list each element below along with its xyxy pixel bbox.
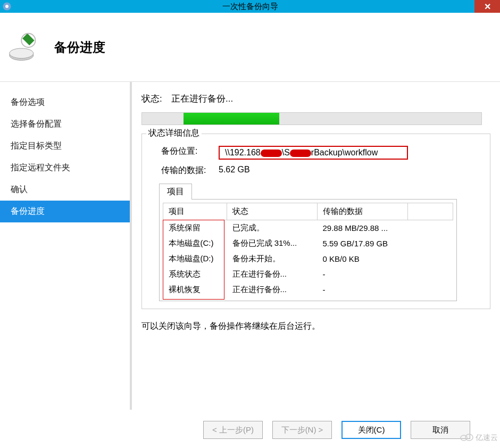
col-blank (408, 203, 453, 220)
wizard-header: 备份进度 (0, 13, 500, 82)
sidebar-item-options[interactable]: 备份选项 (0, 92, 130, 113)
cell-status: 已完成。 (227, 220, 318, 236)
svg-point-1 (5, 5, 9, 8)
cell-item: 本地磁盘(D:) (163, 251, 227, 267)
col-data[interactable]: 传输的数据 (318, 203, 408, 220)
table-row[interactable]: 本地磁盘(C:)备份已完成 31%...5.59 GB/17.89 GB (163, 236, 453, 251)
page-title: 备份进度 (54, 39, 105, 56)
transferred-row: 传输的数据: 5.62 GB (161, 165, 482, 176)
col-status[interactable]: 状态 (227, 203, 318, 220)
cell-status: 备份已完成 31%... (227, 236, 318, 251)
sidebar-item-remote-folder[interactable]: 指定远程文件夹 (0, 157, 130, 179)
transferred-label: 传输的数据: (161, 165, 219, 176)
table-row[interactable]: 本地磁盘(D:)备份未开始。0 KB/0 KB (163, 251, 453, 267)
cell-status: 备份未开始。 (227, 251, 318, 267)
cell-item: 系统保留 (163, 220, 227, 236)
details-group: 状态详细信息 备份位置: \\192.168\SrBackup\workflow… (141, 134, 490, 309)
cell-data: 5.59 GB/17.89 GB (318, 236, 408, 251)
redacted-text (290, 150, 311, 157)
sidebar: 备份选项 选择备份配置 指定目标类型 指定远程文件夹 确认 备份进度 (0, 82, 130, 410)
backup-disc-icon (7, 31, 39, 63)
sidebar-item-target-type[interactable]: 指定目标类型 (0, 135, 130, 157)
content-area: 状态: 正在进行备份... 状态详细信息 备份位置: \\192.168\SrB… (130, 82, 500, 410)
close-icon: ✕ (484, 2, 491, 12)
sidebar-item-config[interactable]: 选择备份配置 (0, 113, 130, 135)
cell-data: 29.88 MB/29.88 ... (318, 220, 408, 236)
tabs: 项目 (159, 184, 482, 200)
prev-button: < 上一步(P) (203, 421, 263, 439)
sidebar-item-confirm[interactable]: 确认 (0, 179, 130, 201)
table-row[interactable]: 系统保留已完成。29.88 MB/29.88 ... (163, 220, 453, 236)
hint-text: 可以关闭该向导，备份操作将继续在后台运行。 (141, 321, 490, 332)
close-wizard-button[interactable]: 关闭(C) (341, 421, 401, 439)
cell-data: - (318, 282, 408, 297)
titlebar: 一次性备份向导 ✕ (0, 0, 500, 13)
next-button: 下一步(N) > (272, 421, 332, 439)
wizard-body: 备份选项 选择备份配置 指定目标类型 指定远程文件夹 确认 备份进度 状态: 正… (0, 82, 500, 410)
watermark: 亿速云 (460, 433, 498, 443)
table-header-row: 项目 状态 传输的数据 (163, 203, 453, 220)
backup-location-row: 备份位置: \\192.168\SrBackup\workflow (161, 146, 482, 160)
progress-fill (184, 113, 279, 125)
table-row[interactable]: 裸机恢复正在进行备份...- (163, 282, 453, 297)
col-item[interactable]: 项目 (163, 203, 227, 220)
cell-status: 正在进行备份... (227, 282, 318, 297)
table-row[interactable]: 系统状态正在进行备份...- (163, 267, 453, 282)
status-value: 正在进行备份... (171, 93, 233, 105)
cell-item: 本地磁盘(C:) (163, 236, 227, 251)
transferred-value: 5.62 GB (219, 165, 250, 176)
close-button[interactable]: ✕ (474, 0, 500, 13)
cell-status: 正在进行备份... (227, 267, 318, 282)
backup-location-value: \\192.168\SrBackup\workflow (219, 146, 408, 160)
redacted-text (261, 150, 282, 157)
window-title: 一次性备份向导 (222, 2, 278, 12)
items-table-wrap: 项目 状态 传输的数据 系统保留已完成。29.88 MB/29.88 ...本地… (159, 199, 457, 301)
tab-items[interactable]: 项目 (159, 184, 192, 200)
app-icon (2, 2, 12, 11)
items-table: 项目 状态 传输的数据 系统保留已完成。29.88 MB/29.88 ...本地… (163, 203, 453, 297)
cloud-icon (460, 433, 473, 443)
details-group-title: 状态详细信息 (146, 128, 202, 139)
status-row: 状态: 正在进行备份... (141, 93, 490, 105)
backup-location-label: 备份位置: (161, 146, 219, 160)
cell-item: 系统状态 (163, 267, 227, 282)
cell-data: - (318, 267, 408, 282)
wizard-window: 一次性备份向导 ✕ 备份进度 备份选项 选择备份配置 指定目标类型 指定远程文件… (0, 0, 500, 448)
svg-point-4 (10, 48, 34, 58)
svg-point-6 (465, 434, 473, 441)
cell-data: 0 KB/0 KB (318, 251, 408, 267)
footer: < 上一步(P) 下一步(N) > 关闭(C) 取消 (0, 412, 500, 448)
sidebar-item-progress[interactable]: 备份进度 (0, 201, 130, 222)
cell-item: 裸机恢复 (163, 282, 227, 297)
progress-bar (141, 112, 482, 125)
status-label: 状态: (141, 93, 171, 105)
